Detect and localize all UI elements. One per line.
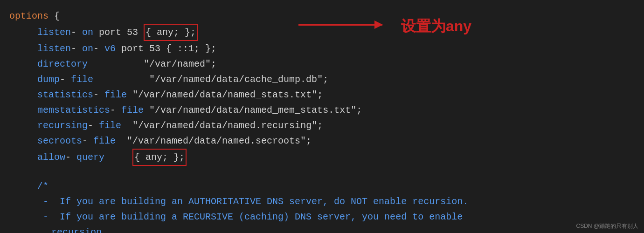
listen-on-line: listen- on port 53 { any; }; bbox=[9, 24, 635, 41]
options-line: options { bbox=[9, 8, 635, 24]
comment-start-line: /* bbox=[9, 178, 635, 194]
kw-file3: file bbox=[116, 103, 144, 118]
directory-line: directory "/var/named"; bbox=[9, 56, 635, 72]
kw-listen2: listen bbox=[37, 41, 71, 56]
secroots-line: secroots- file "/var/named/data/named.se… bbox=[9, 133, 635, 149]
comment-text-1: - If you are building an AUTHORITATIVE D… bbox=[37, 194, 468, 209]
annotation-arrow bbox=[298, 24, 382, 26]
kw-query: query bbox=[71, 150, 104, 165]
kw-file4: file bbox=[93, 118, 121, 133]
kw-secroots: secroots bbox=[37, 133, 82, 149]
comment-text-2: - If you are building a RECURSIVE (cachi… bbox=[37, 209, 463, 225]
kw-statistics: statistics bbox=[37, 87, 93, 103]
kw-listen: listen bbox=[37, 25, 71, 40]
kw-file1: file bbox=[65, 72, 93, 87]
kw-on2: on bbox=[76, 41, 93, 56]
code-container: options { listen- on port 53 { any; }; l… bbox=[0, 0, 644, 233]
keyword-options: options bbox=[9, 8, 48, 24]
comment-line-2: - If you are building a RECURSIVE (cachi… bbox=[9, 209, 635, 225]
kw-on: on bbox=[76, 25, 93, 40]
comment-line-3: recursion. bbox=[9, 225, 635, 233]
comment-open: /* bbox=[37, 178, 48, 194]
listen-on-v6-line: listen- on- v6 port 53 { ::1; }; bbox=[9, 41, 635, 56]
watermark: CSDN @蹦跶的只有别人 bbox=[576, 222, 638, 230]
kw-directory: directory bbox=[37, 56, 88, 72]
kw-recursing: recursing bbox=[37, 118, 88, 133]
kw-v6: v6 bbox=[99, 41, 116, 56]
allow-query-line: allow- query { any; }; bbox=[9, 149, 635, 166]
kw-file2: file bbox=[99, 87, 127, 103]
brace-open: { bbox=[48, 8, 60, 24]
recursing-line: recursing- file "/var/named/data/named.r… bbox=[9, 118, 635, 133]
comment-line-1: - If you are building an AUTHORITATIVE D… bbox=[9, 194, 635, 209]
comment-text-3: recursion. bbox=[51, 225, 107, 233]
statistics-line: statistics- file "/var/named/data/named_… bbox=[9, 87, 635, 103]
kw-file5: file bbox=[88, 133, 116, 149]
dump-file-line: dump- file "/var/named/data/cache_dump.d… bbox=[9, 72, 635, 87]
kw-dump: dump bbox=[37, 72, 60, 87]
annotation-text: 设置为any bbox=[401, 16, 471, 37]
kw-allow: allow bbox=[37, 150, 65, 165]
arrow-line bbox=[298, 24, 382, 26]
memstatistics-line: memstatistics- file "/var/named/data/nam… bbox=[9, 103, 635, 118]
empty-line-1 bbox=[9, 166, 635, 178]
any-box-2: { any; }; bbox=[132, 149, 187, 166]
kw-memstatistics: memstatistics bbox=[37, 103, 110, 118]
any-box-1: { any; }; bbox=[144, 24, 198, 41]
